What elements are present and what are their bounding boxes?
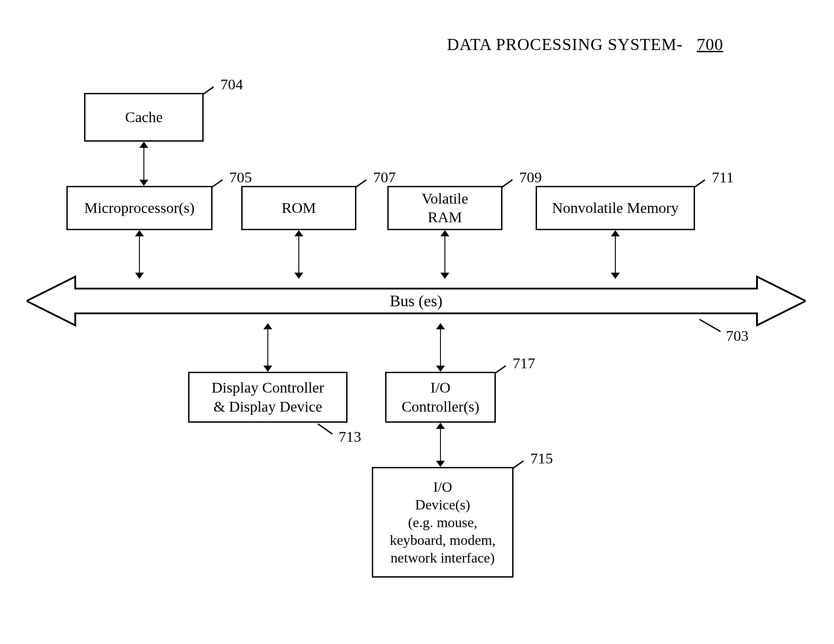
ref-microprocessor: 705 (229, 169, 252, 186)
leader-nvmem (694, 179, 705, 188)
leader-iodev (512, 460, 524, 469)
box-io-controller: I/O Controller(s) (385, 372, 496, 423)
ref-iodev: 715 (530, 450, 553, 467)
ref-nvmem: 711 (712, 169, 734, 186)
leader-ioctrl (494, 365, 506, 374)
arrow-ioctrl-iodev (436, 423, 445, 467)
box-ioctrl-label: I/O Controller(s) (402, 378, 479, 416)
leader-cache (202, 86, 214, 95)
box-volatile-ram: Volatile RAM (387, 186, 502, 230)
svg-marker-0 (27, 277, 806, 325)
leader-microprocessor (211, 179, 223, 188)
bus: Bus (es) (27, 274, 806, 328)
leader-vram (501, 179, 513, 188)
arrow-microprocessor-bus (135, 230, 144, 279)
ref-cache: 704 (220, 76, 243, 93)
box-display-label: Display Controller & Display Device (212, 378, 324, 416)
box-iodev-label: I/O Device(s) (e.g. mouse, keyboard, mod… (390, 478, 495, 567)
diagram-title: DATA PROCESSING SYSTEM- 700 (447, 35, 723, 54)
box-microprocessor-label: Microprocessor(s) (84, 199, 194, 218)
title-text: DATA PROCESSING SYSTEM- (447, 35, 683, 54)
arrow-bus-ioctrl (436, 323, 445, 372)
ref-rom: 707 (373, 169, 396, 186)
title-ref: 700 (697, 35, 723, 54)
box-cache-label: Cache (125, 108, 163, 127)
box-rom-label: ROM (282, 199, 316, 218)
bus-arrow-icon (27, 274, 806, 328)
arrow-nvmem-bus (611, 230, 620, 279)
ref-ioctrl: 717 (513, 355, 535, 372)
ref-vram: 709 (519, 169, 542, 186)
arrow-cache-microprocessor (139, 142, 148, 186)
box-cache: Cache (84, 93, 204, 142)
arrow-bus-display (263, 323, 272, 372)
ref-bus: 703 (726, 328, 749, 344)
leader-rom (355, 179, 367, 188)
arrow-vram-bus (440, 230, 449, 279)
leader-display (317, 423, 332, 434)
box-volatile-ram-label: Volatile RAM (421, 189, 468, 227)
diagram-canvas: DATA PROCESSING SYSTEM- 700 Cache 704 Mi… (0, 0, 834, 644)
box-rom: ROM (241, 186, 356, 230)
box-nvmem-label: Nonvolatile Memory (552, 199, 679, 218)
box-nonvolatile-memory: Nonvolatile Memory (536, 186, 695, 230)
ref-display: 713 (339, 428, 361, 445)
box-io-devices: I/O Device(s) (e.g. mouse, keyboard, mod… (372, 467, 514, 578)
box-microprocessor: Microprocessor(s) (66, 186, 212, 230)
arrow-rom-bus (294, 230, 303, 279)
box-display-controller: Display Controller & Display Device (188, 372, 348, 423)
